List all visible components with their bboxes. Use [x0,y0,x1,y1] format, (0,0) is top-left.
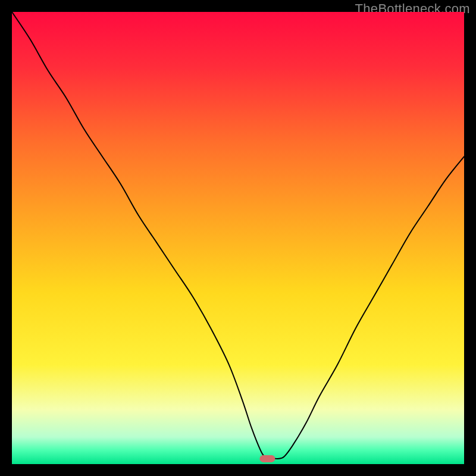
chart-frame: TheBottleneck.com [0,0,476,476]
minimum-marker [259,455,275,462]
chart-background [12,12,464,464]
bottleneck-chart [12,12,464,464]
